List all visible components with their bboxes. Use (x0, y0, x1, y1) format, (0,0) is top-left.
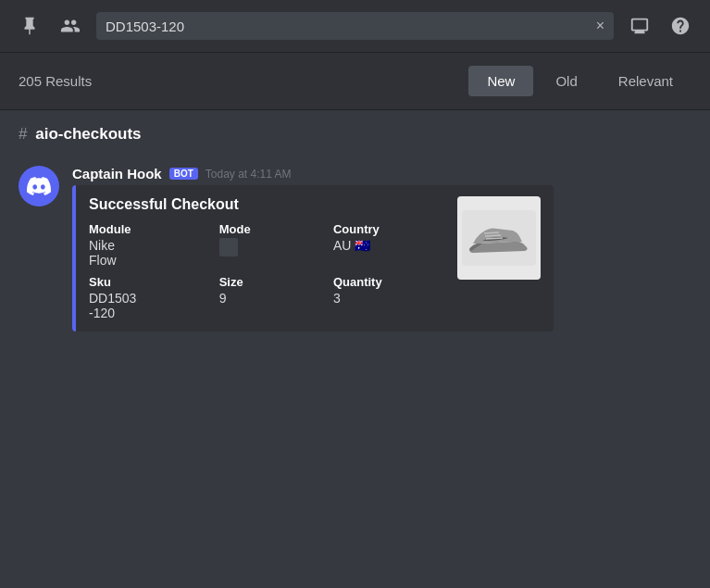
field-name-mode: Mode (219, 222, 315, 236)
field-value-mode (219, 238, 315, 256)
embed-title: Successful Checkout (89, 196, 446, 213)
field-name-sku: Sku (89, 275, 201, 289)
search-input-wrapper[interactable]: × (96, 12, 614, 40)
message-content: Captain Hook BOT Today at 4:11 AM Succes… (72, 166, 691, 332)
field-value-quantity: 3 (333, 291, 446, 306)
field-name-module: Module (89, 222, 201, 236)
username: Captain Hook (72, 166, 162, 181)
field-value-sku: DD1503 -120 (89, 291, 201, 320)
checkout-embed: Successful Checkout Module Nike Flow Mod… (72, 185, 554, 332)
field-value-size: 9 (219, 291, 315, 306)
pin-icon[interactable] (15, 11, 44, 41)
country-text: AU (333, 238, 355, 253)
field-name-quantity: Quantity (333, 275, 446, 289)
shoe-svg-icon (462, 210, 536, 266)
monitor-icon[interactable] (625, 11, 654, 41)
mode-block-icon (219, 238, 238, 256)
australia-flag-icon: 🇦🇺 (355, 238, 370, 253)
shoe-image (457, 196, 541, 280)
message-header: Captain Hook BOT Today at 4:11 AM (72, 166, 691, 181)
svg-line-3 (486, 238, 503, 239)
filter-tab-relevant[interactable]: Relevant (600, 66, 691, 96)
filter-tab-new[interactable]: New (468, 66, 533, 96)
results-bar: 205 Results New Old Relevant (0, 53, 710, 110)
field-name-country: Country (333, 222, 446, 236)
embed-fields: Module Nike Flow Mode Country (89, 222, 446, 320)
filter-tabs: New Old Relevant (468, 66, 691, 96)
embed-field-mode: Mode (219, 222, 315, 268)
embed-field-quantity: Quantity 3 (333, 275, 446, 320)
field-value-module: Nike Flow (89, 238, 201, 268)
search-input[interactable] (106, 19, 589, 34)
embed-field-country: Country AU 🇦🇺 (333, 222, 446, 268)
field-name-size: Size (219, 275, 315, 289)
bot-badge: BOT (169, 168, 198, 180)
embed-field-sku: Sku DD1503 -120 (89, 275, 201, 320)
discord-logo-icon (27, 174, 51, 198)
help-icon[interactable] (666, 11, 695, 41)
field-value-country: AU 🇦🇺 (333, 238, 446, 253)
message-timestamp: Today at 4:11 AM (206, 168, 292, 181)
message-area: Captain Hook BOT Today at 4:11 AM Succes… (0, 151, 710, 346)
channel-header: # aio-checkouts (0, 110, 710, 151)
filter-tab-old[interactable]: Old (537, 66, 595, 96)
svg-line-1 (484, 232, 499, 233)
embed-field-size: Size 9 (219, 275, 315, 320)
embed-thumbnail (457, 196, 541, 280)
message: Captain Hook BOT Today at 4:11 AM Succes… (15, 158, 695, 339)
results-count: 205 Results (19, 73, 468, 89)
members-icon[interactable] (56, 11, 85, 41)
avatar (19, 166, 59, 206)
clear-search-button[interactable]: × (596, 18, 604, 34)
search-bar: × (0, 0, 710, 53)
svg-line-2 (485, 235, 501, 236)
channel-hash: # (19, 125, 27, 143)
embed-body: Successful Checkout Module Nike Flow Mod… (89, 196, 446, 320)
embed-field-module: Module Nike Flow (89, 222, 201, 268)
channel-name: aio-checkouts (35, 125, 141, 143)
